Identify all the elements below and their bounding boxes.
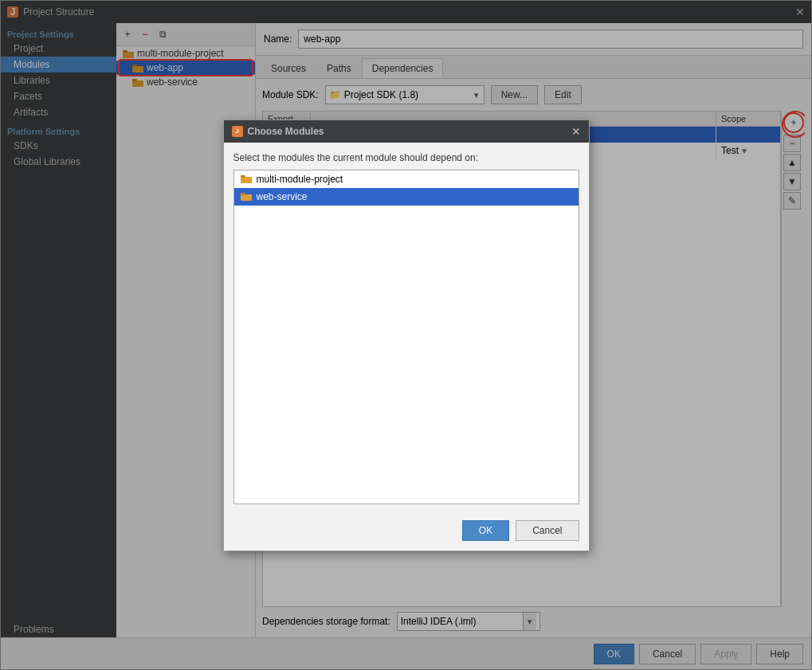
modal-body: Select the modules the current module sh… [224,143,589,514]
main-content: Project Settings Project Modules Librari… [1,23,811,637]
modal-close-button[interactable]: ✕ [571,125,581,138]
choose-modules-dialog: J Choose Modules ✕ Select the modules th… [223,120,590,551]
svg-rect-11 [241,175,245,178]
svg-rect-10 [241,177,252,183]
main-window: J Project Structure ✕ Project Settings P… [0,0,812,670]
folder-icon [241,192,252,201]
svg-rect-12 [241,194,252,201]
right-panel: Name: Sources Paths Dependencies Mod [256,23,811,637]
modal-item-web-service[interactable]: web-service [234,188,579,206]
modal-overlay: J Choose Modules ✕ Select the modules th… [1,23,811,637]
modal-footer: OK Cancel [224,514,589,550]
modal-ok-button[interactable]: OK [462,520,509,541]
modal-modules-list: multi-module-project web-service [233,170,579,504]
svg-rect-13 [241,193,245,195]
folder-icon [241,174,252,183]
modal-title-icon: J [232,126,243,137]
modal-titlebar: J Choose Modules ✕ [224,120,589,143]
modal-cancel-button[interactable]: Cancel [516,520,579,541]
modal-title: J Choose Modules [232,126,324,137]
modal-instruction: Select the modules the current module sh… [233,152,579,163]
modal-item-multi-module-project[interactable]: multi-module-project [234,170,579,188]
